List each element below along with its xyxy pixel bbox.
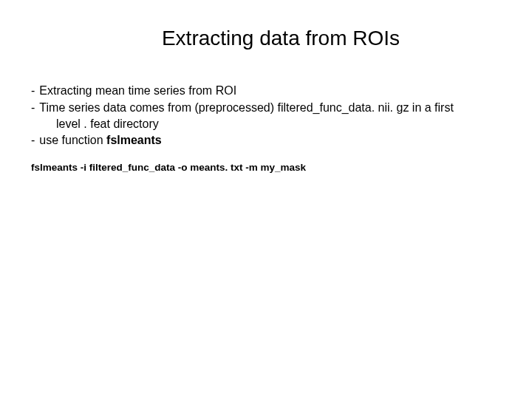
slide: Extracting data from ROIs - Extracting m… [0,0,532,399]
command-line: fslmeants -i filtered_func_data -o meant… [31,161,501,174]
body-text: - Extracting mean time series from ROI -… [31,83,501,175]
bullet-item: - Time series data comes from (preproces… [31,100,501,116]
bullet-content: Extracting mean time series from ROI [39,83,501,99]
bullet-text: use function [39,134,106,146]
bullet-dash: - [31,132,39,149]
bullet-item: - use function fslmeants [31,132,501,149]
bullet-dash: - [31,100,39,116]
bullet-content: use function fslmeants [39,132,501,149]
slide-title: Extracting data from ROIs [31,27,501,50]
bullet-bold: fslmeants [106,134,162,146]
bullet-content: Time series data comes from (preprocesse… [39,100,501,116]
bullet-continuation: level . feat directory [31,116,501,132]
bullet-dash: - [31,83,39,99]
bullet-item: - Extracting mean time series from ROI [31,83,501,99]
